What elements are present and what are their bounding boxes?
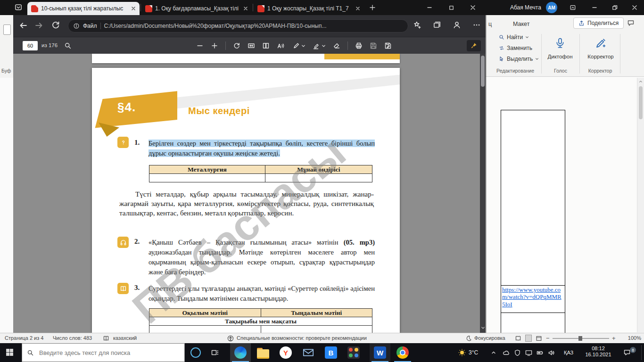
back-button[interactable] — [18, 20, 28, 31]
edge-close-button[interactable] — [462, 0, 484, 15]
taskbar-app-grid[interactable] — [343, 343, 364, 362]
save-button[interactable] — [370, 42, 377, 49]
word-account-name[interactable]: Абая Мечта — [510, 4, 541, 11]
status-language[interactable]: казахский — [113, 335, 137, 341]
shield-icon[interactable] — [514, 349, 521, 356]
browser-tab-2[interactable]: 1. Оқу бағдарламасы_Қазақ тілі — [141, 2, 252, 15]
word-table-cell-empty[interactable] — [501, 313, 565, 333]
browser-menu-button[interactable] — [472, 21, 481, 29]
pin-toolbar-button[interactable] — [467, 40, 481, 51]
print-layout-icon[interactable] — [525, 335, 532, 342]
erase-button[interactable] — [333, 42, 340, 49]
volume-icon[interactable] — [548, 349, 555, 356]
dictate-button[interactable] — [551, 34, 570, 53]
profile-button[interactable] — [453, 21, 461, 29]
word-minimize-button[interactable] — [585, 0, 604, 15]
avatar[interactable]: АМ — [546, 2, 557, 13]
read-aloud-button[interactable] — [277, 42, 285, 49]
tab-close-icon[interactable] — [131, 6, 136, 11]
tab-close-icon[interactable] — [355, 6, 360, 11]
new-tab-button[interactable] — [369, 4, 376, 11]
taskbar-app-explorer[interactable] — [253, 343, 273, 362]
word-table-cell-empty[interactable] — [501, 110, 565, 286]
battery-icon[interactable] — [537, 349, 544, 356]
search-input[interactable] — [38, 349, 177, 357]
status-word-count[interactable]: Число слов: 483 — [53, 335, 92, 341]
weather-temp[interactable]: 3°C — [469, 349, 478, 356]
editor-button[interactable] — [591, 34, 610, 53]
monitor-icon[interactable] — [525, 349, 532, 356]
cloud-icon[interactable] — [503, 349, 510, 356]
print-button[interactable] — [355, 42, 363, 49]
tab-actions-button[interactable] — [14, 3, 25, 13]
forward-button[interactable] — [34, 20, 44, 31]
youtube-link[interactable]: https://www.youtube.com/watch?v=dQPqMMR5… — [501, 286, 565, 313]
replace-button[interactable]: Заменить — [499, 45, 532, 51]
taskbar-app-edge[interactable] — [230, 343, 251, 362]
highlight-button[interactable] — [313, 42, 326, 49]
page-view-button[interactable] — [262, 42, 270, 49]
language-indicator[interactable]: ҚАЗ — [564, 350, 573, 355]
find-button[interactable]: Найти — [499, 34, 529, 41]
zoom-slider-thumb[interactable] — [578, 336, 582, 341]
status-accessibility[interactable]: Специальные возможности: проверьте реком… — [237, 335, 367, 341]
taskbar-app-yandex[interactable]: Y — [275, 343, 296, 362]
zoom-in-button[interactable] — [211, 42, 218, 49]
chevron-down-icon — [535, 57, 539, 61]
draw-button[interactable] — [292, 42, 305, 49]
taskbar-app-mail[interactable] — [298, 343, 319, 362]
weather-icon[interactable] — [458, 349, 466, 356]
cortana-button[interactable] — [190, 347, 201, 358]
clock[interactable]: 08:12 16.10.2021 — [582, 343, 615, 362]
ribbon-display-options-button[interactable] — [565, 0, 581, 15]
page-number-input[interactable]: 60 — [23, 41, 38, 50]
rotate-button[interactable] — [233, 42, 240, 49]
word-restore-button[interactable] — [605, 0, 625, 15]
word-document-canvas[interactable]: https://www.youtube.com/watch?v=dQPqMMR5… — [486, 77, 644, 333]
fit-width-button[interactable] — [248, 42, 255, 49]
zoom-out-button[interactable]: − — [546, 335, 550, 342]
address-bar[interactable]: Файл C:/Users/admin/Documents/Новый%20фо… — [68, 19, 408, 33]
scrollbar-thumb[interactable] — [481, 56, 485, 87]
scroll-down-button[interactable] — [480, 322, 486, 333]
taskbar-app-chrome[interactable] — [392, 343, 413, 362]
zoom-in-button[interactable]: + — [612, 335, 616, 342]
task-view-button[interactable] — [211, 349, 219, 356]
refresh-button[interactable] — [51, 20, 60, 30]
tab-close-icon[interactable] — [243, 6, 248, 11]
status-page[interactable]: Страница 2 из 4 — [5, 335, 43, 341]
scrollbar-thumb[interactable] — [639, 86, 643, 119]
taskbar-search[interactable] — [22, 343, 185, 362]
pdf-viewer[interactable]: §4. Мыс кендері ПВ баспасы 1. Берілген с… — [13, 54, 486, 333]
status-focus[interactable]: Фокусировка — [474, 335, 505, 341]
word-scrollbar[interactable] — [637, 78, 644, 332]
proofing-book-icon[interactable] — [103, 335, 109, 342]
taskbar-app-vk[interactable]: В — [321, 343, 341, 362]
exercise-2-post: аудиожазбадан тыңдаңдар. Мәтінде көтеріл… — [149, 248, 375, 276]
ribbon-tab-fragment[interactable]: ц — [488, 21, 492, 27]
info-icon — [73, 23, 80, 29]
word-close-button[interactable] — [625, 0, 644, 15]
comments-button[interactable] — [627, 19, 635, 27]
taskbar-app-word[interactable]: W — [370, 343, 390, 362]
edge-minimize-button[interactable] — [419, 0, 440, 15]
start-button[interactable] — [6, 348, 14, 356]
read-mode-icon[interactable] — [515, 335, 521, 342]
ribbon-tab-layout[interactable]: Макет — [513, 21, 529, 27]
save-as-button[interactable] — [384, 42, 392, 49]
browser-tab-1[interactable]: 10-сынып қазақ тілі жаратылыс — [27, 2, 140, 15]
table-header-cell: Оқылым мәтіні — [149, 309, 261, 317]
edge-maximize-button[interactable] — [440, 0, 462, 15]
browser-tab-3[interactable]: 1 Оқу жоспары_Қазақ тілі Т1_7 — [254, 2, 364, 15]
zoom-level[interactable]: 100% — [623, 335, 641, 341]
pdf-search-button[interactable] — [64, 42, 72, 49]
share-button[interactable]: Поделиться — [573, 17, 624, 29]
select-button[interactable]: Выделить — [499, 56, 539, 62]
pdf-scrollbar[interactable] — [480, 54, 486, 333]
table-cell — [149, 174, 265, 182]
collections-button[interactable] — [433, 21, 441, 29]
favorites-add-button[interactable] — [413, 21, 421, 29]
zoom-out-button[interactable] — [196, 42, 204, 49]
web-layout-icon[interactable] — [536, 335, 542, 342]
tray-expand-button[interactable] — [491, 350, 496, 355]
